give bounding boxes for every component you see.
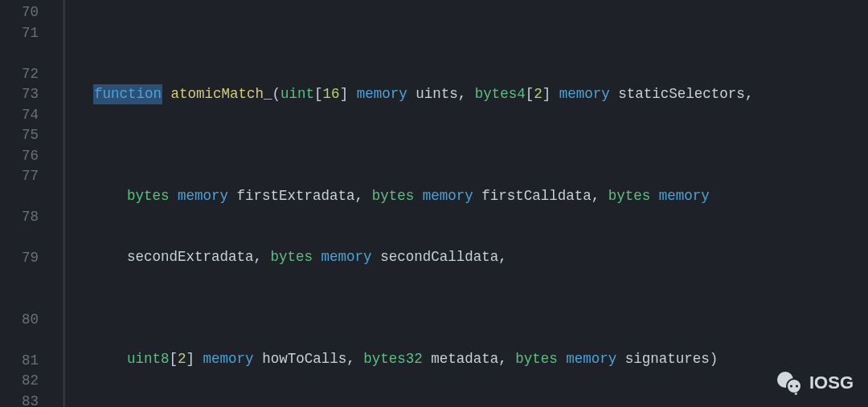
- line-number: 78: [0, 207, 39, 248]
- code-area[interactable]: function atomicMatch_(uint[16] memory ui…: [93, 0, 868, 407]
- indent-guide: [64, 0, 93, 407]
- line-number: 71: [0, 23, 39, 64]
- line-number: 80: [0, 310, 39, 351]
- line-number-gutter: 70 71 72 73 74 75 76 77 78 79 80 81 82 8…: [0, 0, 47, 407]
- line-number: 79: [0, 248, 39, 310]
- line-number: 76: [0, 146, 39, 167]
- svg-point-1: [787, 379, 801, 393]
- watermark: IOSG: [776, 370, 854, 396]
- line-number: 77: [0, 166, 39, 207]
- line-number: 72: [0, 64, 39, 85]
- line-number: 73: [0, 84, 39, 105]
- line-number: 75: [0, 125, 39, 146]
- line-number: 70: [0, 2, 39, 23]
- selection: function: [93, 84, 162, 104]
- code-line-wrap: secondExtradata, bytes memory secondCall…: [93, 247, 868, 268]
- chat-bubbles-icon: [776, 371, 803, 395]
- watermark-text: IOSG: [809, 370, 854, 396]
- code-editor: 70 71 72 73 74 75 76 77 78 79 80 81 82 8…: [0, 0, 868, 407]
- code-line: bytes memory firstExtradata, bytes memor…: [93, 186, 868, 207]
- line-number: 82: [0, 371, 39, 392]
- code-line: uint8[2] memory howToCalls, bytes32 meta…: [93, 349, 868, 370]
- line-number: 74: [0, 105, 39, 126]
- svg-point-2: [790, 385, 792, 387]
- svg-point-3: [796, 385, 798, 387]
- fold-strip: [47, 0, 64, 407]
- line-number: 81: [0, 351, 39, 372]
- line-number: 83: [0, 392, 39, 408]
- code-line: function atomicMatch_(uint[16] memory ui…: [93, 84, 868, 105]
